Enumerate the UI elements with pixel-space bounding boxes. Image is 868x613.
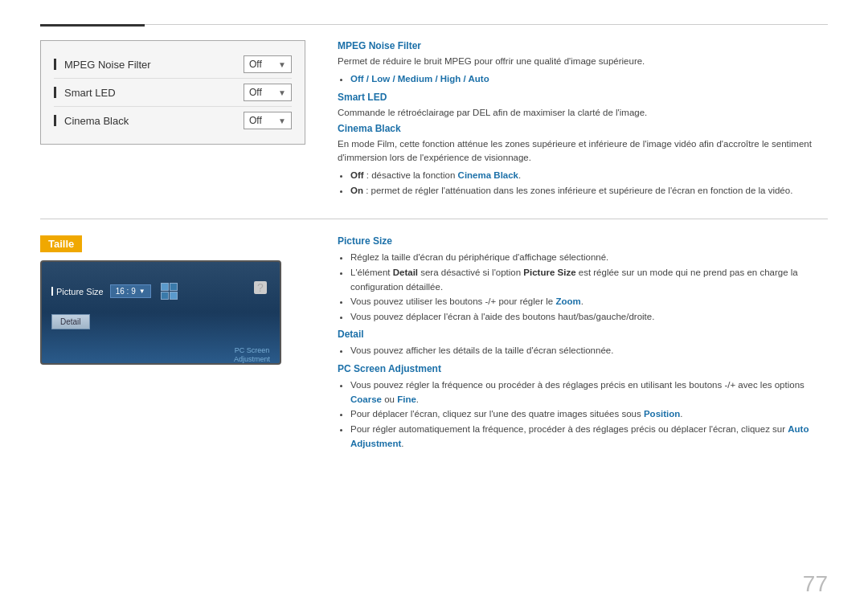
cinema-black-bullets: Off : désactive la fonction Cinema Black… bbox=[350, 168, 828, 198]
mpeg-heading: MPEG Noise Filter bbox=[338, 40, 828, 51]
picture-size-bullets: Réglez la taille d'écran du périphérique… bbox=[350, 250, 828, 324]
picture-size-bullet-4: Vous pouvez déplacer l'écran à l'aide de… bbox=[350, 309, 828, 324]
settings-panel: MPEG Noise Filter Off ▼ Smart LED bbox=[40, 40, 305, 202]
picture-size-bullet-3: Vous pouvez utiliser les boutons -/+ pou… bbox=[350, 294, 828, 309]
dropdown-arrow: ▼ bbox=[278, 88, 286, 97]
bar-icon bbox=[54, 87, 56, 98]
pc-screen-heading: PC Screen Adjustment bbox=[338, 363, 828, 374]
smart-led-select[interactable]: Off ▼ bbox=[244, 84, 292, 101]
cinema-black-value[interactable]: Off ▼ bbox=[244, 112, 292, 129]
page-number: 77 bbox=[803, 571, 828, 597]
smart-led-label: Smart LED bbox=[54, 87, 244, 99]
detail-heading: Detail bbox=[338, 329, 828, 340]
mpeg-noise-filter-value[interactable]: Off ▼ bbox=[244, 55, 292, 73]
cinema-black-bullet-1: Off : désactive la fonction Cinema Black… bbox=[350, 168, 828, 182]
bottom-left: Taille ? Picture Size 16 : 9 ▼ bbox=[40, 235, 305, 456]
tv-question-mark: ? bbox=[254, 281, 267, 294]
pc-screen-description: PC Screen Adjustment Vous pouvez régler … bbox=[338, 363, 828, 452]
pc-screen-bullet-1: Vous pouvez régler la fréquence ou procé… bbox=[350, 378, 828, 407]
cinema-black-description: Cinema Black En mode Film, cette fonctio… bbox=[338, 123, 828, 198]
grid-icon bbox=[161, 283, 178, 300]
mpeg-noise-filter-select[interactable]: Off ▼ bbox=[244, 55, 292, 73]
smart-led-value[interactable]: Off ▼ bbox=[244, 84, 292, 101]
tv-bar-icon bbox=[51, 287, 53, 296]
picture-size-description: Picture Size Réglez la taille d'écran du… bbox=[338, 235, 828, 324]
mpeg-noise-filter-label: MPEG Noise Filter bbox=[54, 59, 244, 71]
bottom-right-descriptions: Picture Size Réglez la taille d'écran du… bbox=[338, 235, 828, 456]
tv-mockup: ? Picture Size 16 : 9 ▼ bbox=[40, 260, 281, 365]
tv-detail-row: Detail bbox=[51, 308, 270, 329]
detail-bullets: Vous pouvez afficher les détails de la t… bbox=[350, 343, 828, 358]
picture-size-bullet-2: L'élément Detail sera désactivé si l'opt… bbox=[350, 265, 828, 295]
mpeg-text: Permet de réduire le bruit MPEG pour off… bbox=[338, 55, 828, 68]
dropdown-arrow: ▼ bbox=[278, 60, 286, 69]
mid-divider bbox=[40, 219, 828, 219]
top-line bbox=[40, 24, 828, 25]
cinema-black-text: En mode Film, cette fonction atténue les… bbox=[338, 137, 828, 166]
bottom-section: Taille ? Picture Size 16 : 9 ▼ bbox=[40, 235, 828, 456]
smart-led-text: Commande le rétroéclairage par DEL afin … bbox=[338, 106, 828, 120]
detail-bullet-1: Vous pouvez afficher les détails de la t… bbox=[350, 343, 828, 358]
taille-label: Taille bbox=[40, 235, 82, 252]
cinema-black-heading: Cinema Black bbox=[338, 123, 828, 134]
pc-screen-bullets: Vous pouvez régler la fréquence ou procé… bbox=[350, 378, 828, 452]
settings-box: MPEG Noise Filter Off ▼ Smart LED bbox=[40, 40, 305, 145]
tv-picture-size-select[interactable]: 16 : 9 ▼ bbox=[110, 284, 151, 298]
mpeg-options: Off / Low / Medium / High / Auto bbox=[350, 74, 489, 84]
pc-screen-bullet-2: Pour déplacer l'écran, cliquez sur l'une… bbox=[350, 407, 828, 421]
top-section: MPEG Noise Filter Off ▼ Smart LED bbox=[40, 40, 828, 202]
cinema-black-label: Cinema Black bbox=[54, 115, 244, 127]
dropdown-arrow: ▼ bbox=[278, 116, 286, 125]
tv-detail-button[interactable]: Detail bbox=[51, 314, 90, 329]
tv-picture-size-row: Picture Size 16 : 9 ▼ bbox=[51, 283, 270, 300]
pc-screen-bullet-3: Pour régler automatiquement la fréquence… bbox=[350, 422, 828, 452]
smart-led-row: Smart LED Off ▼ bbox=[54, 79, 292, 107]
mpeg-noise-filter-row: MPEG Noise Filter Off ▼ bbox=[54, 51, 292, 79]
cinema-black-row: Cinema Black Off ▼ bbox=[54, 107, 292, 134]
tv-pc-screen-label: PC ScreenAdjustment bbox=[234, 346, 270, 365]
smart-led-heading: Smart LED bbox=[338, 92, 828, 103]
bar-icon bbox=[54, 59, 56, 70]
tv-inner: ? Picture Size 16 : 9 ▼ bbox=[51, 283, 270, 365]
detail-description: Detail Vous pouvez afficher les détails … bbox=[338, 329, 828, 358]
picture-size-bullet-1: Réglez la taille d'écran du périphérique… bbox=[350, 250, 828, 264]
top-descriptions: MPEG Noise Filter Permet de réduire le b… bbox=[338, 40, 828, 202]
mpeg-bullet-1: Off / Low / Medium / High / Auto bbox=[350, 72, 828, 86]
cinema-black-bullet-2: On : permet de régler l'atténuation dans… bbox=[350, 183, 828, 198]
bar-icon bbox=[54, 115, 56, 126]
mpeg-bullets: Off / Low / Medium / High / Auto bbox=[350, 72, 828, 86]
tv-picture-size-label: Picture Size bbox=[51, 287, 104, 296]
page-container: MPEG Noise Filter Off ▼ Smart LED bbox=[0, 0, 868, 613]
smart-led-description: Smart LED Commande le rétroéclairage par… bbox=[338, 92, 828, 120]
picture-size-heading: Picture Size bbox=[338, 235, 828, 247]
mpeg-description: MPEG Noise Filter Permet de réduire le b… bbox=[338, 40, 828, 87]
cinema-black-select[interactable]: Off ▼ bbox=[244, 112, 292, 129]
top-bar-left bbox=[40, 24, 145, 27]
